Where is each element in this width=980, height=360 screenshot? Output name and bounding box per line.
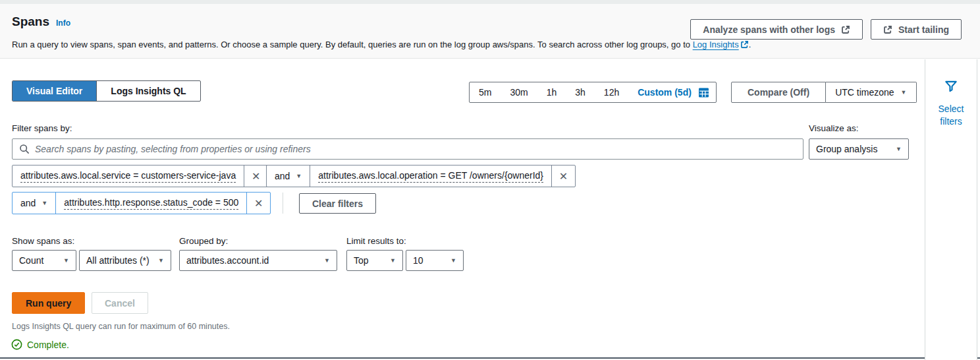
- filter-chip: and ▼ attributes.http.response.status_co…: [12, 192, 271, 214]
- header-actions: Analyze spans with other logs Start tail…: [690, 19, 962, 40]
- description-text: Run a query to view spans, span events, …: [12, 40, 693, 49]
- close-icon[interactable]: ✕: [246, 193, 270, 214]
- filter-expression[interactable]: attributes.http.response.status_code = 5…: [55, 193, 246, 214]
- header: Spans Info Run a query to view spans, sp…: [0, 4, 980, 59]
- visualize-as-dropdown[interactable]: Group analysis ▼: [809, 138, 909, 160]
- search-box: [12, 138, 803, 160]
- visualize-as-label: Visualize as:: [809, 123, 859, 133]
- external-link-icon: [883, 25, 892, 34]
- filter-chip: attributes.aws.local.service = customers…: [12, 165, 268, 187]
- time-preset-5m[interactable]: 5m: [470, 87, 501, 98]
- time-preset-3h[interactable]: 3h: [566, 87, 595, 98]
- chevron-down-icon: ▼: [296, 173, 302, 179]
- funnel-icon: [944, 79, 958, 94]
- chevron-down-icon: ▼: [901, 90, 907, 96]
- filter-chip: and ▼ attributes.aws.local.operation = G…: [266, 165, 576, 187]
- check-circle-icon: [11, 339, 22, 350]
- grouped-by-label: Grouped by:: [179, 236, 228, 246]
- divider: [283, 193, 283, 214]
- editor-mode-tabs: Visual Editor Logs Insights QL: [12, 80, 201, 102]
- description-suffix: .: [749, 40, 751, 49]
- show-spans-as-dropdown[interactable]: Count ▼: [12, 250, 76, 271]
- time-preset-30m[interactable]: 30m: [501, 87, 537, 98]
- close-icon[interactable]: ✕: [244, 165, 267, 187]
- chevron-down-icon: ▼: [158, 258, 164, 264]
- chevron-down-icon: ▼: [41, 200, 47, 206]
- chevron-down-icon: ▼: [450, 258, 456, 264]
- time-preset-12h[interactable]: 12h: [595, 87, 628, 98]
- operator-dropdown[interactable]: and ▼: [267, 165, 310, 187]
- select-filters-button[interactable]: Select filters: [925, 59, 977, 128]
- start-tailing-button[interactable]: Start tailing: [871, 19, 962, 40]
- calendar-button[interactable]: [695, 87, 716, 98]
- show-spans-as-label: Show spans as:: [12, 236, 74, 246]
- select-filters-label: Select filters: [936, 103, 966, 128]
- timezone-dropdown[interactable]: UTC timezone ▼: [826, 82, 916, 103]
- chevron-down-icon: ▼: [63, 258, 69, 264]
- cancel-button[interactable]: Cancel: [92, 292, 148, 314]
- search-input[interactable]: [35, 144, 796, 154]
- spans-query-page: Spans Info Run a query to view spans, sp…: [0, 0, 980, 360]
- external-link-icon: [740, 40, 749, 49]
- title-row: Spans Info: [12, 15, 70, 29]
- limit-direction-dropdown[interactable]: Top ▼: [346, 250, 403, 271]
- compare-button[interactable]: Compare (Off): [731, 82, 826, 103]
- chevron-down-icon: ▼: [324, 258, 330, 264]
- chevron-down-icon: ▼: [896, 146, 902, 152]
- section-divider: [0, 357, 980, 359]
- search-icon: [19, 144, 30, 154]
- page-title: Spans: [12, 15, 49, 29]
- attributes-dropdown[interactable]: All attributes (*) ▼: [79, 250, 171, 271]
- status-text: Complete.: [27, 340, 69, 350]
- log-insights-link[interactable]: Log Insights: [693, 40, 749, 49]
- chevron-down-icon: ▼: [390, 258, 396, 264]
- external-link-icon: [841, 25, 850, 34]
- calendar-icon: [698, 87, 709, 98]
- compare-timezone-group: Compare (Off) UTC timezone ▼: [731, 82, 917, 103]
- query-duration-note: Logs Insights QL query can run for maxim…: [12, 322, 230, 331]
- close-icon[interactable]: ✕: [551, 165, 575, 187]
- time-custom-range[interactable]: Custom (5d): [628, 87, 695, 98]
- filter-expression[interactable]: attributes.aws.local.service = customers…: [13, 165, 244, 187]
- limit-results-label: Limit results to:: [346, 236, 406, 246]
- grouped-by-dropdown[interactable]: attributes.account.id ▼: [179, 250, 337, 271]
- clear-filters-button[interactable]: Clear filters: [299, 193, 376, 214]
- limit-count-dropdown[interactable]: 10 ▼: [406, 250, 464, 271]
- filters-side-panel: Select filters: [925, 59, 977, 360]
- tab-visual-editor[interactable]: Visual Editor: [13, 81, 96, 101]
- run-query-button[interactable]: Run query: [12, 292, 85, 314]
- header-description: Run a query to view spans, span events, …: [12, 40, 751, 49]
- operator-dropdown[interactable]: and ▼: [13, 193, 55, 214]
- filter-spans-label: Filter spans by:: [12, 123, 72, 133]
- query-status: Complete.: [11, 339, 69, 350]
- time-preset-1h[interactable]: 1h: [537, 87, 566, 98]
- filter-expression[interactable]: attributes.aws.local.operation = GET /ow…: [310, 165, 551, 187]
- info-link[interactable]: Info: [56, 18, 70, 28]
- tab-logs-insights-ql[interactable]: Logs Insights QL: [96, 81, 200, 101]
- analyze-spans-button[interactable]: Analyze spans with other logs: [690, 19, 863, 40]
- time-range-selector: 5m 30m 1h 3h 12h Custom (5d): [469, 82, 717, 103]
